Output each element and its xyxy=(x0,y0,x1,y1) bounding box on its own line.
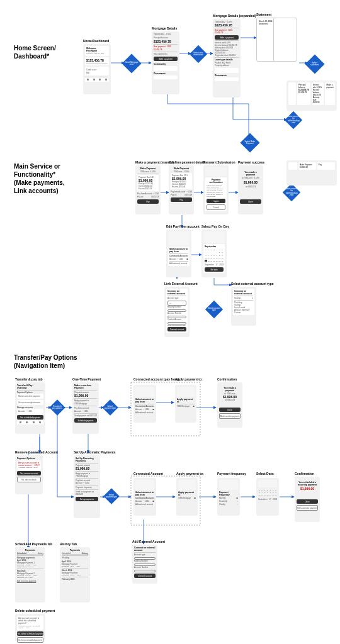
screen-payment-submission[interactable]: Payment confirmation Lorem ipsum dolor s… xyxy=(203,165,229,214)
diamond-statement: Select statement xyxy=(305,54,324,74)
tablet-mortgage[interactable]: Principal balance $123,456.78 $1,456.78 … xyxy=(286,80,337,111)
screen-connected-1[interactable]: Select account to pay from Connected Acc… xyxy=(133,385,156,423)
section-transfer-label: Transfer/Pay Options (Navigation Item) xyxy=(14,353,77,370)
lbl-home: Home/Dashboard xyxy=(83,39,109,43)
calendar-grid[interactable]: SMTWTFS 12 3456789 10111213141516 171819… xyxy=(205,248,224,262)
flow-canvas: Home Screen/ Dashboard* Main Service or … xyxy=(0,0,340,644)
bottom-nav[interactable] xyxy=(85,77,109,82)
screen-payment-success[interactable]: You made a payment to 7086-xxxx · 4.59% … xyxy=(238,165,263,214)
section-home-label: Home Screen/ Dashboard* xyxy=(14,44,56,60)
screen-home[interactable]: Welcome, FirstName Last log in Sept 1st,… xyxy=(83,44,111,94)
screen-apply-2[interactable]: Apply payment to 7086 Mortgage⦿ xyxy=(176,478,198,516)
screen-add-ext[interactable]: Connect an external account Account type… xyxy=(132,545,157,584)
diamond-tablet: Same screens for tablet/desktop view xyxy=(285,111,302,129)
screen-edit-payfrom[interactable]: Select account to pay from Connected Acc… xyxy=(166,230,191,277)
screen-auto[interactable]: Set Up Recurring Payments Payment amount… xyxy=(74,455,100,518)
screen-confirm-auto[interactable]: You scheduled a recurring payment $1,996… xyxy=(295,477,320,522)
screen-statement-2[interactable] xyxy=(273,18,297,62)
screen-confirm-payment[interactable]: Make Payment 7086-xxxx · 4.59% Payment D… xyxy=(169,165,194,214)
screen-one-time[interactable]: Make a one-time Payment Payment amount $… xyxy=(72,382,99,434)
screen-apply-1[interactable]: Apply payment to 7086 Mortgage⦿ xyxy=(175,385,196,423)
diamond-view-mortgage: Select Mortgage card xyxy=(122,53,141,73)
diamond-tablet-pay: Same screens for tablet/desktop view xyxy=(283,184,300,201)
screen-make-payment[interactable]: Make Payment 7086-xxxx · 4.59% Payment D… xyxy=(135,165,161,214)
screen-mortgage-exp[interactable]: 7089765432 · 4.59% $123,456.78 Next paym… xyxy=(213,19,241,97)
screen-ext-type[interactable]: Connect an external account Savings▾ Che… xyxy=(231,287,256,326)
screen-link-external[interactable]: Connect an external account Account type… xyxy=(164,287,190,337)
lbl-mortgage: Mortgage Details xyxy=(152,26,177,30)
diamond-transfer-opt: Transfer & pay options xyxy=(49,399,65,415)
add-account-link[interactable]: Add external account xyxy=(169,262,188,265)
screen-select-date[interactable]: SMTWTFS 3456789 10111213141516 September… xyxy=(256,478,279,516)
screen-remove[interactable]: Payment Options Are you sure you want to… xyxy=(15,455,43,494)
btn-make-payment[interactable]: Make a payment xyxy=(154,57,178,61)
btn-pay[interactable]: Pay xyxy=(137,199,159,204)
lbl-statement: Statement xyxy=(256,13,271,16)
balance: $123,456.78 xyxy=(86,58,108,62)
section-main-label: Main Service or Functionality* (Make pay… xyxy=(14,162,65,195)
tablet-payment[interactable]: Make Payment $1,996.00 Pay xyxy=(286,160,337,186)
lbl-mortgage-exp: Mortgage Details (expanded) xyxy=(213,14,256,18)
diamond-view-more: Select view more arrow xyxy=(190,45,207,63)
greeting: Welcome, FirstName xyxy=(86,47,108,52)
screen-delete[interactable]: Are you sure you want to delete this sch… xyxy=(15,614,45,641)
screen-history[interactable]: Payments ScheduledHistory Pending April … xyxy=(60,547,90,602)
diamond-ext-type: Select account type xyxy=(205,301,223,318)
diamond-make-payment: Select Make Payment xyxy=(240,133,259,152)
screen-freq[interactable]: Payment frequency Monthly⦿ Bi-weekly○ We… xyxy=(217,478,240,516)
screen-select-day[interactable]: September SMTWTFS 12 3456789 10111213141… xyxy=(201,230,227,277)
diamond-auto-opt: Select payment type xyxy=(103,488,119,504)
diamond-pay-opt: Select payment type xyxy=(102,399,118,415)
radio-icon[interactable]: ⦿ xyxy=(186,258,188,260)
screen-mortgage[interactable]: 7089765432 · 4.59% Principal balance $12… xyxy=(152,31,179,94)
screen-scheduled[interactable]: Payments ScheduledHistory Mortgage payme… xyxy=(15,547,45,602)
screen-confirm-one[interactable]: You made a payment to 7086-xxxx $1,996.0… xyxy=(217,382,242,428)
screen-transfer-tab[interactable]: Transfer & Pay · Overview Payment Option… xyxy=(15,382,45,434)
screen-connected-2[interactable]: Select account to pay from Connected Acc… xyxy=(133,478,156,516)
